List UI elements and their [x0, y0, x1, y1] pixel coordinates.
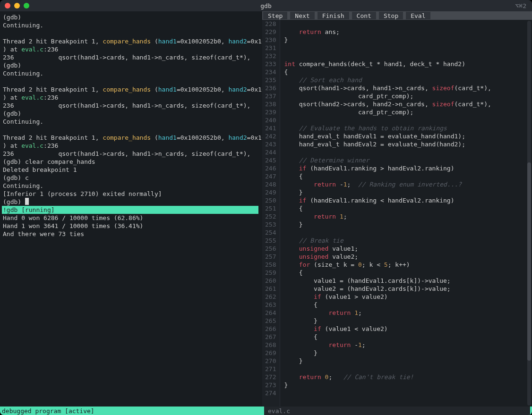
gdb-line: Continuing. [3, 69, 259, 77]
line-number: 260 [265, 277, 276, 285]
gdb-line: (gdb) [3, 13, 259, 21]
close-icon[interactable] [5, 3, 10, 8]
line-number: 233 [265, 60, 276, 68]
code-line [284, 229, 532, 237]
line-number: 259 [265, 269, 276, 277]
line-number: 252 [265, 212, 276, 220]
code-line [284, 389, 532, 397]
source-code[interactable]: return ans;} int compare_hands(deck_t * … [280, 20, 532, 407]
window: gdb ⌥⌘2 (gdb)Continuing. Thread 2 hit Br… [0, 0, 532, 415]
code-line: return -1; [284, 341, 532, 349]
gdb-line: (gdb) [3, 61, 259, 69]
line-number: 274 [265, 389, 276, 397]
status-right: eval.c [264, 407, 530, 415]
code-line: } [284, 188, 532, 196]
line-number: 243 [265, 140, 276, 148]
scrollbar-thumb[interactable] [527, 162, 531, 361]
titlebar: gdb ⌥⌘2 [0, 0, 532, 11]
source-pane: Step Next Finish Cont Stop Eval 22822923… [262, 11, 532, 407]
gdb-line: Thread 2 hit Breakpoint 1, compare_hands… [3, 37, 259, 45]
line-number: 241 [265, 124, 276, 132]
line-number: 244 [265, 148, 276, 156]
code-area: 2282292302312322332342352362372382392402… [262, 20, 532, 407]
line-number: 265 [265, 317, 276, 325]
gdb-line: (gdb) c [3, 174, 259, 182]
debug-toolbar: Step Next Finish Cont Stop Eval [262, 11, 532, 20]
code-line: // Determine winner [284, 156, 532, 164]
code-line: unsigned value1; [284, 245, 532, 253]
line-number: 261 [265, 285, 276, 293]
code-line: hand_eval_t handEval2 = evaluate_hand(ha… [284, 140, 532, 148]
line-number: 272 [265, 373, 276, 381]
line-number: 262 [265, 293, 276, 301]
status-left: debugged program [active] [2, 407, 264, 415]
minimize-icon[interactable] [14, 3, 20, 8]
step-button[interactable]: Step [263, 12, 288, 19]
code-line [284, 148, 532, 156]
maximize-icon[interactable] [24, 3, 29, 8]
gdb-line: ) at eval.c:236 [3, 93, 259, 102]
gdb-line: Continuing. [3, 182, 259, 190]
line-number: 249 [265, 188, 276, 196]
code-line: } [284, 220, 532, 229]
main: (gdb)Continuing. Thread 2 hit Breakpoint… [0, 11, 532, 407]
gdb-line [3, 29, 259, 37]
next-button[interactable]: Next [290, 12, 315, 19]
line-number: 255 [265, 237, 276, 245]
line-gutter: 2282292302312322332342352362372382392402… [262, 20, 280, 407]
code-line: { [284, 269, 532, 277]
code-line: return 0; // Can't break tie! [284, 373, 532, 381]
window-keyhint: ⌥⌘2 [515, 2, 526, 9]
gdb-line: Thread 2 hit Breakpoint 1, compare_hands… [3, 85, 259, 93]
line-number: 267 [265, 333, 276, 341]
gdb-line: 236 qsort(hand1->cards, hand1->n_cards, … [3, 102, 259, 110]
line-number: 245 [265, 156, 276, 164]
code-line [284, 365, 532, 373]
line-number: 250 [265, 196, 276, 204]
line-number: 235 [265, 76, 276, 84]
code-line: { [284, 301, 532, 309]
line-number: 254 [265, 229, 276, 237]
line-number: 237 [265, 92, 276, 100]
code-line: // Sort each hand [284, 76, 532, 84]
code-line: value2 = (handEval2.cards[k])->value; [284, 285, 532, 293]
code-line: { [284, 172, 532, 180]
eval-button[interactable]: Eval [406, 12, 431, 19]
gdb-line: ) at eval.c:236 [3, 142, 259, 150]
gdb-line: Deleted breakpoint 1 [3, 166, 259, 174]
code-line: { [284, 68, 532, 76]
line-number: 236 [265, 84, 276, 92]
line-number: 264 [265, 309, 276, 317]
gdb-pane[interactable]: (gdb)Continuing. Thread 2 hit Breakpoint… [0, 11, 262, 407]
gdb-line: Continuing. [3, 118, 259, 126]
code-line: hand_eval_t handEval1 = evaluate_hand(ha… [284, 132, 532, 140]
line-number: 248 [265, 180, 276, 188]
line-number: 273 [265, 381, 276, 389]
gdb-line [3, 126, 259, 134]
code-line: return 1; [284, 212, 532, 220]
gdb-line: Hand 1 won 3641 / 10000 times (36.41%) [3, 222, 259, 230]
code-line: return ans; [284, 28, 532, 36]
cont-button[interactable]: Cont [352, 12, 377, 19]
code-line: // Break tie [284, 237, 532, 245]
scrollbar[interactable] [527, 21, 531, 406]
code-line: { [284, 204, 532, 212]
code-line: int compare_hands(deck_t * hand1, deck_t… [284, 60, 532, 68]
code-line: card_ptr_comp); [284, 92, 532, 100]
gdb-line: !gdb [running] [2, 206, 258, 214]
traffic-lights [0, 3, 29, 8]
line-number: 253 [265, 220, 276, 229]
gdb-line: ) at eval.c:236 [3, 45, 259, 53]
gdb-output[interactable]: (gdb)Continuing. Thread 2 hit Breakpoint… [0, 11, 262, 407]
line-number: 258 [265, 261, 276, 269]
stop-button[interactable]: Stop [379, 12, 404, 19]
code-line: } [284, 357, 532, 365]
gdb-line: Thread 2 hit Breakpoint 1, compare_hands… [3, 134, 259, 142]
gdb-line: Continuing. [3, 21, 259, 29]
code-line: if (value1 < value2) [284, 325, 532, 333]
code-line: card_ptr_comp); [284, 108, 532, 116]
finish-button[interactable]: Finish [317, 12, 350, 19]
code-line: if (value1 > value2) [284, 293, 532, 301]
gdb-line: (gdb) [3, 110, 259, 118]
line-number: 251 [265, 204, 276, 212]
